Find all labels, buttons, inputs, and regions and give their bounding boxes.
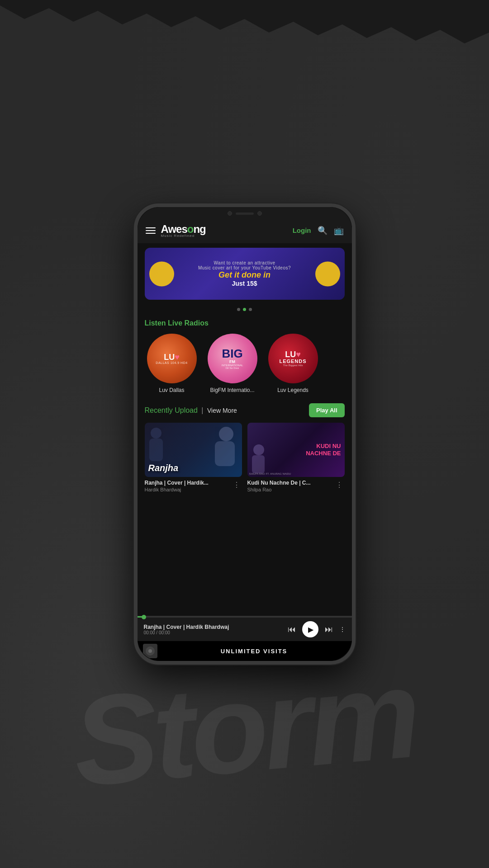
promo-banner[interactable]: Want to create an attractive Music cover… [145,248,345,300]
ad-thumb-icon [145,646,156,656]
ranjha-meta: Ranjha | Cover | Hardik... Hardik Bhardw… [145,480,231,492]
player-title: Ranjha | Cover | Hardik Bhardwaj [144,624,283,630]
page-dot-3[interactable] [249,308,252,311]
music-grid: Ranjha Ranjha | Cover | Hardik... Hardik… [145,423,345,492]
kudi-thumb-overlay: KUDI NUNACHNE DE [247,423,345,477]
more-options-button[interactable]: ⋮ [339,626,346,633]
recently-header: Recently Upload | View More Play All [145,403,345,417]
page-dot-1[interactable] [237,308,240,311]
kudi-artist-subtitle: SHILPA RAO FT. ANURAG NAIDU [249,472,343,475]
radio-logo-bigfm: BIG FM INTERNATIONAL Dil Se Desi [219,345,246,372]
play-pause-button[interactable]: ▶ [302,621,318,637]
ad-thumbnail [143,644,157,658]
notch-camera-2 [257,211,262,216]
music-card-kudi[interactable]: KUDI NUNACHNE DE SHILPA RAO FT. ANURAG N… [247,423,345,492]
kudi-info: Kudi Nu Nachne De | C... Shilpa Rao ⋮ [247,480,345,492]
radio-circle-luv-dallas: LU♥ DALLAS 104.9 HD4 [147,334,197,383]
app-container: Awesong Music Redefined Login 🔍 📺 [138,207,352,661]
view-more-link[interactable]: View More [207,407,237,414]
header-right: Login 🔍 📺 [293,226,344,236]
kudi-image-title: KUDI NUNACHNE DE [306,443,341,457]
ranjha-more-button[interactable]: ⋮ [231,480,242,490]
cast-icon[interactable]: 📺 [334,226,344,236]
player-time: 00:00 / 00:00 [144,630,283,635]
radio-item-bigfm[interactable]: BIG FM INTERNATIONAL Dil Se Desi BigFM I… [205,334,260,393]
ranjha-artist: Hardik Bhardwaj [145,487,231,492]
login-button[interactable]: Login [293,226,311,234]
banner-line3: Get it done in [198,270,291,280]
next-button[interactable]: ⏭ [325,625,333,634]
prev-button[interactable]: ⏮ [288,625,296,634]
ad-text: UNLIMITED VISITS [162,648,347,655]
scroll-content[interactable]: Want to create an attractive Music cover… [138,243,352,616]
logo: Awesong Music Redefined [161,223,206,238]
radio-grid: LU♥ DALLAS 104.9 HD4 Luv Dallas BIG [145,334,345,393]
radio-name-luv-dallas: Luv Dallas [159,387,184,393]
ranjha-info: Ranjha | Cover | Hardik... Hardik Bhardw… [145,480,242,492]
play-icon: ▶ [308,625,313,634]
play-all-button[interactable]: Play All [309,403,344,417]
ranjha-title: Ranjha | Cover | Hardik... [145,480,231,486]
banner-pagination [138,304,352,313]
progress-bar[interactable] [138,616,352,618]
notch-camera [228,211,232,216]
menu-button[interactable] [146,227,156,234]
kudi-artist: Shilpa Rao [247,487,334,492]
recently-title-group: Recently Upload | View More [145,406,237,415]
phone-notch [209,207,281,220]
logo-text: Awesong [161,223,206,235]
banner-line4: Just 15$ [198,280,291,287]
radio-item-luv-dallas[interactable]: LU♥ DALLAS 104.9 HD4 Luv Dallas [145,334,199,393]
music-card-ranjha[interactable]: Ranjha Ranjha | Cover | Hardik... Hardik… [145,423,242,492]
player-current-time: 00:00 [144,630,155,635]
kudi-more-button[interactable]: ⋮ [334,480,345,490]
player-total-time: 00:00 [159,630,170,635]
player-controls: ⏮ ▶ ⏭ ⋮ [288,621,346,637]
player-content: Ranjha | Cover | Hardik Bhardwaj 00:00 /… [138,618,352,641]
page-dot-2[interactable] [243,308,246,311]
banner-container: Want to create an attractive Music cover… [138,243,352,304]
recently-section: Recently Upload | View More Play All [138,397,352,496]
banner-line1: Want to create an attractive [198,260,291,265]
progress-dot [142,615,146,619]
banner-deco-right [315,261,340,286]
menu-bar-3 [146,233,156,234]
radio-item-luv-legends[interactable]: LU♥ LEGENDS The Biggest Hits Luv Legends [266,334,320,393]
music-thumb-kudi: KUDI NUNACHNE DE SHILPA RAO FT. ANURAG N… [247,423,345,477]
radio-circle-luv-legends: LU♥ LEGENDS The Biggest Hits [268,334,318,383]
search-icon[interactable]: 🔍 [318,226,328,236]
radio-logo-luv-legends: LU♥ LEGENDS The Biggest Hits [276,348,309,369]
player-info: Ranjha | Cover | Hardik Bhardwaj 00:00 /… [144,624,283,635]
radio-name-luv-legends: Luv Legends [277,387,309,393]
notch-speaker [236,212,254,215]
recently-separator: | [201,406,203,414]
menu-bar-2 [146,230,156,231]
recently-upload-label: Recently Upload [145,406,198,414]
radio-section: Listen Live Radios LU♥ DALLAS 104.9 HD4 … [138,313,352,397]
banner-deco-left [149,261,174,286]
ranjha-image-title: Ranjha [148,463,179,473]
radio-circle-bigfm: BIG FM INTERNATIONAL Dil Se Desi [208,334,257,383]
bottom-spacer [138,496,352,505]
player-bar: Ranjha | Cover | Hardik Bhardwaj 00:00 /… [138,616,352,641]
radio-name-bigfm: BigFM Internatio... [210,387,254,393]
logo-highlight: o [187,223,194,235]
ad-banner: UNLIMITED VISITS [138,641,352,661]
music-thumb-ranjha: Ranjha [145,423,242,477]
menu-bar-1 [146,227,156,228]
banner-content: Want to create an attractive Music cover… [198,260,291,288]
radio-section-title: Listen Live Radios [145,319,345,327]
ranjha-thumb-overlay: Ranjha [145,423,242,477]
phone-frame: Awesong Music Redefined Login 🔍 📺 [134,203,356,665]
banner-line2: Music cover art for your YouTube Videos? [198,265,291,270]
kudi-meta: Kudi Nu Nachne De | C... Shilpa Rao [247,480,334,492]
radio-logo-luv-dallas: LU♥ DALLAS 104.9 HD4 [153,350,190,367]
header-left: Awesong Music Redefined [146,223,206,238]
kudi-title: Kudi Nu Nachne De | C... [247,480,334,486]
svg-point-7 [148,649,152,653]
phone-screen: Awesong Music Redefined Login 🔍 📺 [138,207,352,661]
